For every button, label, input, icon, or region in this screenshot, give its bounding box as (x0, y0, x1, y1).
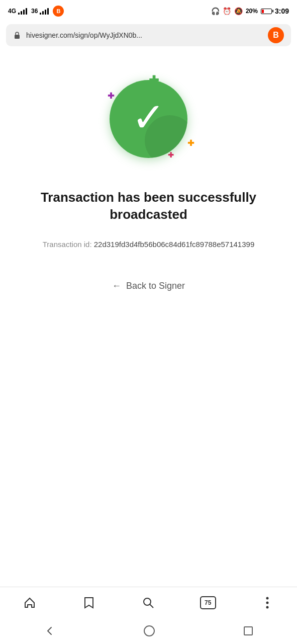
time: 3:09 (275, 7, 289, 15)
network-36-label: 36 (31, 8, 38, 15)
signal-bars-2 (40, 8, 49, 15)
more-menu-icon (266, 596, 269, 609)
address-bar[interactable]: hivesigner.com/sign/op/WyJjdXN0b... B (6, 24, 291, 46)
system-home-icon (144, 625, 155, 636)
bookmark-button[interactable] (77, 591, 101, 615)
transaction-id-section: Transaction id: 22d319fd3d4fb56b06c84d61… (43, 238, 254, 251)
system-back-icon (44, 625, 55, 636)
back-to-signer-label: Back to Signer (126, 281, 185, 291)
brave-icon-small: B (53, 6, 64, 17)
url-text: hivesigner.com/sign/op/WyJjdXN0b... (26, 31, 263, 39)
signal-bar-1 (18, 13, 20, 15)
system-nav (0, 618, 297, 644)
menu-button[interactable] (255, 591, 279, 615)
back-to-signer-button[interactable]: ← Back to Signer (102, 276, 195, 296)
signal-bar-4 (26, 8, 27, 15)
checkmark-icon: ✓ (132, 98, 165, 138)
signal-bar-8 (47, 8, 49, 15)
svg-point-1 (144, 598, 151, 605)
mute-icon: 🔕 (234, 7, 243, 15)
home-button[interactable] (18, 591, 42, 615)
network-4g-label: 4G (8, 8, 16, 15)
svg-point-4 (266, 601, 268, 604)
success-circle: ✓ (110, 80, 187, 158)
tabs-button[interactable]: 75 (196, 591, 220, 615)
tab-count-badge: 75 (200, 596, 216, 609)
transaction-id-text: Transaction id: 22d319fd3d4fb56b06c84d61… (43, 238, 254, 251)
lock-icon (13, 31, 21, 39)
main-content: ✚ ✚ ✚ ✚ ✓ Transaction has been successfu… (0, 48, 297, 587)
svg-point-5 (266, 606, 268, 608)
svg-rect-0 (15, 35, 20, 39)
battery-fill (262, 10, 264, 13)
search-icon (142, 596, 155, 609)
status-bar: 4G 36 B 🎧 ⏰ 🔕 20% 3:09 (0, 0, 297, 22)
headphone-icon: 🎧 (211, 7, 220, 15)
home-icon (23, 596, 36, 609)
signal-bar-2 (21, 11, 22, 15)
transaction-label: Transaction id: (43, 240, 94, 249)
signal-bars-1 (18, 8, 27, 15)
battery-icon (261, 9, 272, 14)
status-bar-left: 4G 36 B (8, 6, 64, 17)
bookmark-icon (83, 596, 94, 609)
success-icon-area: ✚ ✚ ✚ ✚ ✓ (98, 68, 199, 169)
alarm-icon: ⏰ (223, 7, 231, 15)
svg-point-3 (266, 597, 268, 599)
battery-level: 20% (246, 8, 258, 15)
brave-browser-icon[interactable]: B (268, 27, 284, 43)
system-home-button[interactable] (144, 625, 155, 636)
system-back-button[interactable] (44, 625, 55, 636)
tab-count: 75 (205, 599, 211, 606)
signal-bar-5 (40, 13, 41, 15)
back-arrow-icon: ← (112, 281, 121, 291)
svg-line-2 (150, 604, 153, 608)
signal-bar-3 (23, 10, 25, 15)
system-recent-button[interactable] (244, 626, 253, 635)
bottom-nav: 75 (0, 587, 297, 618)
status-bar-right: 🎧 ⏰ 🔕 20% 3:09 (211, 7, 289, 15)
signal-bar-6 (42, 11, 44, 15)
search-button[interactable] (136, 591, 160, 615)
signal-bar-7 (45, 10, 46, 15)
transaction-id-value: 22d319fd3d4fb56b06c84d61fc89788e57141399 (94, 240, 254, 249)
sparkle-left: ✚ (108, 91, 114, 101)
success-title: Transaction has been successfully broadc… (15, 189, 282, 223)
system-recent-icon (244, 626, 253, 635)
sparkle-right: ✚ (187, 138, 194, 148)
